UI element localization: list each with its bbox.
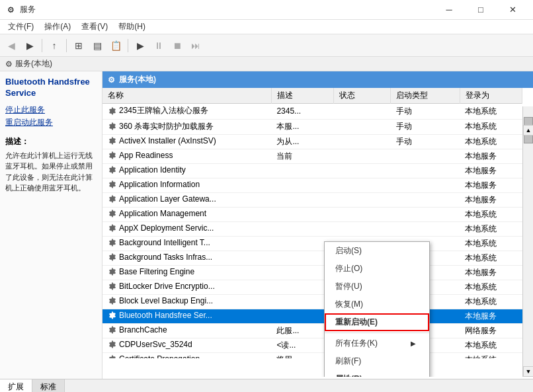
service-status-cell xyxy=(334,164,391,178)
menu-view[interactable]: 查看(V) xyxy=(76,20,113,34)
pause-button[interactable]: ⏸ xyxy=(150,37,167,54)
context-menu-item-refresh[interactable]: 刷新(F) xyxy=(325,352,429,370)
context-menu-item-resume[interactable]: 恢复(M) xyxy=(325,295,429,313)
scrollbar-up-btn[interactable]: ▲ xyxy=(523,125,533,136)
col-status[interactable]: 状态 xyxy=(334,88,391,104)
service-status-cell xyxy=(334,104,391,120)
table-row[interactable]: Base Filtering Engine本地服务 xyxy=(102,266,522,280)
menu-file[interactable]: 文件(F) xyxy=(3,20,39,34)
context-menu-item-properties[interactable]: 属性(R) xyxy=(325,370,429,377)
restart-service-link[interactable]: 重启动此服务 xyxy=(5,117,97,128)
context-menu-item-start[interactable]: 启动(S) xyxy=(325,242,429,260)
service-status-cell xyxy=(334,149,391,164)
menu-help[interactable]: 帮助(H) xyxy=(113,20,151,34)
table-row[interactable]: Application Layer Gatewa...本地服务 xyxy=(102,193,522,208)
table-row[interactable]: Application Management本地系统 xyxy=(102,208,522,222)
service-startup-cell xyxy=(391,149,460,164)
service-login-cell: 本地系统 xyxy=(460,295,522,309)
submenu-arrow-icon: ▶ xyxy=(411,340,416,347)
service-desc-cell xyxy=(271,178,333,193)
table-row[interactable]: App Readiness当前本地服务 xyxy=(102,149,522,164)
table-row[interactable]: CDPUserSvc_3524d<读...正在...自动本地系统 xyxy=(102,338,522,353)
right-panel: ⚙ 服务(本地) 名称 描述 状态 启动类型 登录为 xyxy=(102,71,533,379)
forward-button[interactable]: ▶ xyxy=(21,37,38,54)
service-name-cell: Background Tasks Infras... xyxy=(102,251,271,266)
col-desc[interactable]: 描述 xyxy=(271,88,333,104)
context-menu-item-all_tasks[interactable]: 所有任务(K)▶ xyxy=(325,334,429,352)
show-hide-button[interactable]: ⊞ xyxy=(70,37,87,54)
context-menu-item-stop[interactable]: 停止(O) xyxy=(325,260,429,278)
table-row[interactable]: Background Intelligent T...本地系统 xyxy=(102,237,522,251)
table-header-row: 名称 描述 状态 启动类型 登录为 xyxy=(102,88,522,104)
up-button[interactable]: ↑ xyxy=(46,37,63,54)
service-login-cell: 本地服务 xyxy=(460,266,522,280)
service-login-cell: 本地服务 xyxy=(460,164,522,178)
service-name-cell: Block Level Backup Engi... xyxy=(102,295,271,309)
service-login-cell: 本地系统 xyxy=(460,251,522,266)
tab-standard[interactable]: 标准 xyxy=(32,379,65,392)
table-row[interactable]: BitLocker Drive Encryptio...本地系统 xyxy=(102,280,522,295)
service-login-cell: 本地系统 xyxy=(460,338,522,353)
table-row[interactable]: ActiveX Installer (AxInstSV)为从...手动本地系统 xyxy=(102,135,522,149)
view-button[interactable]: ▤ xyxy=(89,37,106,54)
service-name-cell: Background Intelligent T... xyxy=(102,237,271,251)
right-panel-header: ⚙ 服务(本地) xyxy=(102,71,533,88)
tab-bar: 扩展 标准 xyxy=(0,379,533,392)
service-login-cell: 本地服务 xyxy=(460,178,522,193)
service-desc-cell xyxy=(271,193,333,208)
table-container: 名称 描述 状态 启动类型 登录为 2345王牌输入法核心服务2345...手动… xyxy=(102,88,533,377)
right-panel-title: 服务(本地) xyxy=(119,74,156,85)
service-status-cell xyxy=(334,222,391,237)
table-row[interactable]: Block Level Backup Engi...本地系统 xyxy=(102,295,522,309)
service-desc-cell: 本服... xyxy=(271,119,333,135)
service-status-cell xyxy=(334,193,391,208)
service-desc-cell: 当前 xyxy=(271,149,333,164)
table-row[interactable]: Application Identity本地服务 xyxy=(102,164,522,178)
service-startup-cell xyxy=(391,178,460,193)
stop-button[interactable]: ⏹ xyxy=(169,37,186,54)
table-row[interactable]: 360 杀毒实时防护加载服务本服...手动本地系统 xyxy=(102,119,522,135)
service-desc-cell: 为从... xyxy=(271,135,333,149)
close-button[interactable]: ✕ xyxy=(497,0,528,20)
col-startup[interactable]: 启动类型 xyxy=(391,88,460,104)
service-startup-cell: 手动 xyxy=(391,104,460,120)
toolbar-separator-3 xyxy=(128,39,128,52)
context-menu-item-pause[interactable]: 暂停(U) xyxy=(325,278,429,295)
left-panel: Bluetooth Handsfree Service 停止此服务 重启动此服务… xyxy=(0,71,102,379)
menu-bar: 文件(F) 操作(A) 查看(V) 帮助(H) xyxy=(0,20,533,34)
stop-service-link[interactable]: 停止此服务 xyxy=(5,104,97,116)
back-button[interactable]: ◀ xyxy=(3,37,20,54)
table-row[interactable]: Application Information本地服务 xyxy=(102,178,522,193)
service-login-cell: 本地系统 xyxy=(460,208,522,222)
service-status-cell xyxy=(334,178,391,193)
service-name-cell: BranchCache xyxy=(102,324,271,338)
restart-button[interactable]: ⏭ xyxy=(187,37,204,54)
table-row[interactable]: Background Tasks Infras...本地系统 xyxy=(102,251,522,266)
col-login[interactable]: 登录为 xyxy=(460,88,522,104)
service-desc-cell xyxy=(271,208,333,222)
service-status-cell xyxy=(334,135,391,149)
service-startup-cell xyxy=(391,164,460,178)
scrollbar-down-btn[interactable]: ▼ xyxy=(523,366,533,377)
service-name-cell: BitLocker Drive Encryptio... xyxy=(102,280,271,295)
service-startup-cell: 手动 xyxy=(391,119,460,135)
service-name-cell: Bluetooth Handsfree Ser... xyxy=(102,309,271,324)
maximize-button[interactable]: □ xyxy=(466,0,496,20)
context-menu-item-restart[interactable]: 重新启动(E) xyxy=(325,313,429,331)
menu-action[interactable]: 操作(A) xyxy=(39,20,76,34)
table-row[interactable]: AppX Deployment Servic...本地系统 xyxy=(102,222,522,237)
scrollbar[interactable]: ▲ ▼ xyxy=(522,106,533,377)
tab-extended[interactable]: 扩展 xyxy=(0,379,32,392)
service-name-cell: Application Identity xyxy=(102,164,271,178)
service-login-cell: 本地系统 xyxy=(460,104,522,120)
table-row[interactable]: BranchCache此服...手动网络服务 xyxy=(102,324,522,338)
table-row[interactable]: Bluetooth Handsfree Ser...正在运行本地服务 xyxy=(102,309,522,324)
minimize-button[interactable]: ─ xyxy=(434,0,464,20)
col-name[interactable]: 名称 xyxy=(102,88,271,104)
table-row[interactable]: Certificate Propagation将用...手动本地系统 xyxy=(102,353,522,359)
toolbar-separator-1 xyxy=(42,39,42,52)
table-row[interactable]: 2345王牌输入法核心服务2345...手动本地系统 xyxy=(102,104,522,120)
play-button[interactable]: ▶ xyxy=(132,37,149,54)
table-scroll[interactable]: 名称 描述 状态 启动类型 登录为 2345王牌输入法核心服务2345...手动… xyxy=(102,88,522,358)
properties-button[interactable]: 📋 xyxy=(107,37,124,54)
